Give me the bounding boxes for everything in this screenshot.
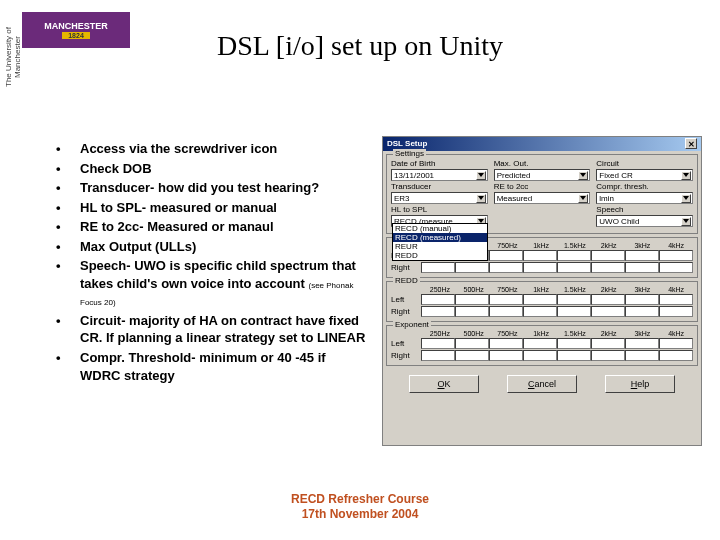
- grid-cell[interactable]: [659, 338, 693, 349]
- dropdown-option[interactable]: REUR: [393, 242, 487, 251]
- freq-header: 250Hz: [423, 286, 457, 293]
- footer-line2: 17th November 2004: [0, 507, 720, 522]
- exp-right-cells[interactable]: [421, 350, 693, 361]
- freq-header: 4kHz: [659, 286, 693, 293]
- list-item: Check DOB: [56, 160, 366, 178]
- re-to-2cc-select[interactable]: Measured: [494, 192, 591, 204]
- ok-button[interactable]: OK: [409, 375, 479, 393]
- grid-cell[interactable]: [625, 338, 659, 349]
- dialog-button-row: OK Cancel Help: [383, 369, 701, 399]
- circuit-label: Circuit: [596, 159, 693, 168]
- left-label: Left: [391, 295, 421, 304]
- grid-cell[interactable]: [591, 262, 625, 273]
- list-item: HL to SPL- measured or manual: [56, 199, 366, 217]
- grid-cell[interactable]: [659, 294, 693, 305]
- grid-cell[interactable]: [489, 338, 523, 349]
- dob-field[interactable]: 13/11/2001: [391, 169, 488, 181]
- freq-header: 500Hz: [457, 330, 491, 337]
- grid-cell[interactable]: [557, 306, 591, 317]
- dropdown-option[interactable]: RECD (measured): [393, 233, 487, 242]
- grid-cell[interactable]: [659, 262, 693, 273]
- freq-header: 4kHz: [659, 242, 693, 249]
- grid-cell[interactable]: [557, 350, 591, 361]
- grid-cell[interactable]: [557, 250, 591, 261]
- list-item: Max Output (ULLs): [56, 238, 366, 256]
- maxout-select[interactable]: Predicted: [494, 169, 591, 181]
- cancel-button[interactable]: Cancel: [507, 375, 577, 393]
- freq-header: 3kHz: [626, 242, 660, 249]
- grid-cell[interactable]: [523, 294, 557, 305]
- grid-cell[interactable]: [421, 338, 455, 349]
- speech-select[interactable]: UWO Child: [596, 215, 693, 227]
- grid-cell[interactable]: [523, 262, 557, 273]
- grid-cell[interactable]: [489, 306, 523, 317]
- help-button[interactable]: Help: [605, 375, 675, 393]
- grid-cell[interactable]: [489, 350, 523, 361]
- grid-cell[interactable]: [591, 250, 625, 261]
- list-item: Transducer- how did you test hearing?: [56, 179, 366, 197]
- grid-cell[interactable]: [455, 294, 489, 305]
- grid-cell[interactable]: [557, 338, 591, 349]
- freq-header: 3kHz: [626, 330, 660, 337]
- grid-cell[interactable]: [625, 306, 659, 317]
- grid-cell[interactable]: [455, 262, 489, 273]
- grid-cell[interactable]: [591, 306, 625, 317]
- freq-header: 2kHz: [592, 286, 626, 293]
- right-label: Right: [391, 263, 421, 272]
- grid-cell[interactable]: [625, 350, 659, 361]
- grid-cell[interactable]: [455, 338, 489, 349]
- grid-cell[interactable]: [625, 262, 659, 273]
- grid-cell[interactable]: [659, 250, 693, 261]
- right-label: Right: [391, 351, 421, 360]
- grid-cell[interactable]: [591, 294, 625, 305]
- compr-thresh-value: lmin: [599, 194, 614, 203]
- grid-cell[interactable]: [489, 294, 523, 305]
- grid-cell[interactable]: [659, 306, 693, 317]
- grid-cell[interactable]: [523, 250, 557, 261]
- chevron-down-icon: [681, 194, 691, 203]
- transducer-select[interactable]: ER3: [391, 192, 488, 204]
- hl-to-spl-dropdown[interactable]: RECD (manual) RECD (measured) REUR REDD: [392, 223, 488, 261]
- grid-cell[interactable]: [421, 306, 455, 317]
- recd-right-cells[interactable]: [421, 262, 693, 273]
- grid-cell[interactable]: [591, 350, 625, 361]
- grid-cell[interactable]: [625, 294, 659, 305]
- close-icon[interactable]: ✕: [685, 138, 697, 149]
- grid-cell[interactable]: [489, 262, 523, 273]
- grid-cell[interactable]: [421, 262, 455, 273]
- grid-cell[interactable]: [455, 306, 489, 317]
- transducer-label: Transducer: [391, 182, 488, 191]
- right-label: Right: [391, 307, 421, 316]
- grid-cell[interactable]: [523, 350, 557, 361]
- circuit-select[interactable]: Fixed CR: [596, 169, 693, 181]
- redd-left-cells[interactable]: [421, 294, 693, 305]
- grid-cell[interactable]: [557, 262, 591, 273]
- grid-cell[interactable]: [659, 350, 693, 361]
- settings-label: Settings: [393, 149, 426, 158]
- grid-cell[interactable]: [625, 250, 659, 261]
- grid-cell[interactable]: [591, 338, 625, 349]
- maxout-value: Predicted: [497, 171, 531, 180]
- grid-cell[interactable]: [489, 250, 523, 261]
- exp-left-cells[interactable]: [421, 338, 693, 349]
- re-to-2cc-label: RE to 2cc: [494, 182, 591, 191]
- freq-header: 1.5kHz: [558, 330, 592, 337]
- freq-header: 4kHz: [659, 330, 693, 337]
- dropdown-option[interactable]: REDD: [393, 251, 487, 260]
- dialog-titlebar: DSL Setup ✕: [383, 137, 701, 151]
- compr-thresh-select[interactable]: lmin: [596, 192, 693, 204]
- grid-cell[interactable]: [421, 294, 455, 305]
- freq-header: 750Hz: [491, 242, 525, 249]
- grid-cell[interactable]: [523, 338, 557, 349]
- circuit-value: Fixed CR: [599, 171, 632, 180]
- freq-header: 2kHz: [592, 330, 626, 337]
- redd-right-cells[interactable]: [421, 306, 693, 317]
- grid-cell[interactable]: [557, 294, 591, 305]
- grid-cell[interactable]: [523, 306, 557, 317]
- re-to-2cc-value: Measured: [497, 194, 533, 203]
- grid-cell[interactable]: [455, 350, 489, 361]
- grid-cell[interactable]: [421, 350, 455, 361]
- freq-header: 750Hz: [491, 286, 525, 293]
- dropdown-option[interactable]: RECD (manual): [393, 224, 487, 233]
- freq-header: 1.5kHz: [558, 242, 592, 249]
